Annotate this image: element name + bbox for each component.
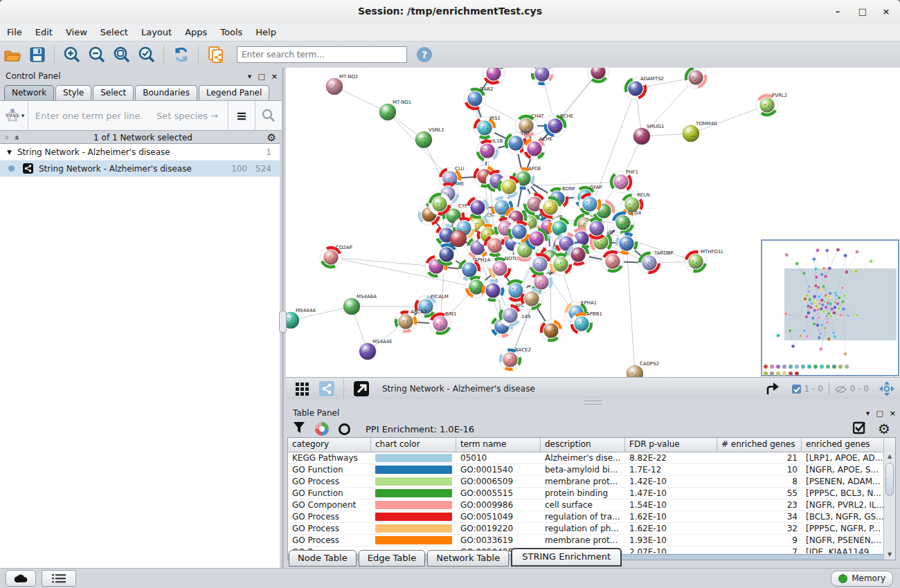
panel-menu-icon[interactable]: ▾ [866, 409, 870, 418]
grid-view-icon[interactable] [291, 379, 312, 398]
column-header[interactable]: FDR p-value [625, 438, 717, 452]
network-node-ms4a6a[interactable]: MS4A6A [343, 294, 377, 315]
tab-legend-panel[interactable]: Legend Panel [199, 85, 269, 100]
splitter-grip[interactable] [279, 311, 287, 333]
network-node[interactable] [531, 68, 553, 85]
table-row[interactable]: GO ProcessGO:0006509membrane prot...1.42… [288, 476, 895, 488]
table-row[interactable]: GO ComponentGO:0009986cell surface1.54E-… [288, 499, 895, 511]
network-node-abca7[interactable]: ABCA7 [395, 309, 427, 333]
network-canvas[interactable]: MT-ND2MT-ND1VSNL1ADAMTS2PVRL2TOMM40SMUG1… [286, 68, 900, 377]
string-logo-icon[interactable]: STRING ▾ [0, 107, 28, 124]
table-row[interactable]: GO FunctionGO:0005515protein binding1.47… [288, 488, 895, 499]
network-node[interactable] [615, 232, 638, 255]
network-node[interactable] [498, 176, 520, 198]
network-node[interactable] [685, 68, 707, 89]
select-columns-icon[interactable] [853, 421, 867, 437]
network-node[interactable] [483, 68, 505, 84]
share-view-icon[interactable] [316, 379, 337, 398]
network-tree-row[interactable]: String Network - Alzheimer's disease1005… [0, 160, 280, 177]
expander-icon[interactable]: ▼ [7, 149, 12, 156]
column-header[interactable]: category [288, 438, 371, 452]
network-node-bace2[interactable]: BACE2 [499, 347, 531, 371]
panel-close-icon[interactable]: × [890, 409, 896, 418]
tab-style[interactable]: Style [55, 85, 91, 100]
pan-tool-icon[interactable] [876, 379, 897, 398]
panel-close-icon[interactable]: × [271, 72, 278, 81]
tab-string-enrichment[interactable]: STRING Enrichment [511, 548, 622, 567]
tab-edge-table[interactable]: Edge Table [359, 550, 425, 567]
title-bar[interactable]: Session: /tmp/enrichmentTest.cys – □ × [0, 0, 900, 24]
tab-select[interactable]: Select [93, 85, 134, 100]
column-header[interactable]: term name [456, 438, 541, 452]
network-node[interactable] [540, 320, 562, 342]
network-node[interactable] [602, 250, 624, 273]
menu-apps[interactable]: Apps [185, 27, 207, 37]
network-node-dlg4[interactable]: DLG4 [612, 210, 642, 234]
network-node-mthfd1l[interactable]: MTHFD1L [685, 249, 723, 273]
search-input[interactable] [237, 46, 407, 63]
cloud-button[interactable] [6, 570, 36, 587]
network-node[interactable] [508, 221, 530, 243]
help-icon[interactable]: ? [417, 47, 432, 62]
memory-button[interactable]: Memory [831, 571, 893, 587]
scroll-up-arrow[interactable]: ▲ [884, 452, 895, 461]
task-list-button[interactable] [42, 570, 76, 587]
tab-node-table[interactable]: Node Table [289, 550, 357, 567]
zoom-out-icon[interactable] [87, 45, 107, 64]
column-header[interactable]: enriched genes [802, 438, 884, 452]
scroll-down-arrow[interactable]: ▼ [884, 550, 895, 560]
maximize-button[interactable]: □ [857, 6, 868, 17]
network-node-phf1[interactable]: PHF1 [610, 169, 638, 193]
pie-chart-icon[interactable] [315, 422, 329, 436]
network-node[interactable] [521, 288, 543, 310]
panel-float-icon[interactable]: □ [258, 72, 264, 81]
network-node[interactable] [587, 68, 609, 83]
species-selector[interactable]: Set species → [156, 111, 218, 121]
network-node-cd2ap[interactable]: CD2AP [320, 245, 352, 268]
menu-layout[interactable]: Layout [141, 27, 172, 37]
network-node[interactable] [450, 230, 467, 247]
string-term-input[interactable]: Enter one term per line. Set species → [28, 101, 228, 130]
table-vscroll[interactable]: ▲ ▼ [883, 452, 895, 560]
filter-icon[interactable] [293, 421, 305, 437]
string-options-icon[interactable]: ≡ [228, 101, 255, 130]
menu-tools[interactable]: Tools [220, 27, 242, 37]
column-header[interactable]: # enriched genes [717, 438, 802, 452]
network-node-mt-nd1[interactable]: MT-ND1 [379, 100, 411, 120]
tab-network-table[interactable]: Network Table [427, 550, 509, 567]
export-network-icon[interactable] [764, 379, 784, 398]
network-node-ache[interactable]: ACHE [523, 136, 552, 160]
network-node[interactable] [529, 253, 551, 275]
network-tree-row[interactable]: ▼String Network - Alzheimer's disease1 [0, 144, 280, 160]
table-row[interactable]: GO ProcessGO:0033619membrane prot...1.93… [288, 535, 895, 546]
table-row[interactable]: GO ProcessGO:0019220regulation of ph...1… [288, 523, 895, 535]
network-options-gear-icon[interactable]: ⚙ [267, 131, 276, 144]
network-node[interactable] [482, 279, 504, 302]
overview-inset[interactable] [762, 240, 899, 376]
zoom-selected-icon[interactable] [136, 45, 157, 64]
network-node-tomm40[interactable]: TOMM40 [683, 121, 717, 142]
open-session-icon[interactable] [2, 45, 23, 64]
minimize-button[interactable]: – [832, 6, 843, 17]
network-node-smug1[interactable]: SMUG1 [633, 124, 664, 145]
table-row[interactable]: GO FunctionGO:0001540beta-amyloid bi...1… [288, 464, 895, 476]
detach-view-icon[interactable] [351, 379, 372, 398]
string-search-icon[interactable] [255, 101, 282, 130]
save-session-icon[interactable] [27, 45, 48, 64]
table-row[interactable]: GO ProcessGO:0051049regulation of tra...… [288, 511, 895, 523]
tab-boundaries[interactable]: Boundaries [135, 85, 197, 100]
network-node[interactable] [429, 193, 451, 215]
zoom-in-icon[interactable] [62, 45, 82, 64]
menu-edit[interactable]: Edit [35, 27, 53, 37]
refresh-icon[interactable] [171, 45, 192, 64]
network-node-mt-nd2[interactable]: MT-ND2 [326, 74, 358, 95]
network-node-vsnl1[interactable]: VSNL1 [415, 127, 444, 148]
menu-view[interactable]: View [66, 27, 87, 37]
network-node-apbb1[interactable]: APBB1 [570, 311, 602, 335]
menu-help[interactable]: Help [255, 27, 276, 37]
menu-select[interactable]: Select [100, 27, 128, 37]
network-node[interactable] [467, 196, 489, 219]
network-node[interactable] [539, 196, 561, 219]
tab-network[interactable]: Network [4, 85, 54, 100]
network-node-cadps2[interactable]: CADPS2 [627, 361, 659, 377]
